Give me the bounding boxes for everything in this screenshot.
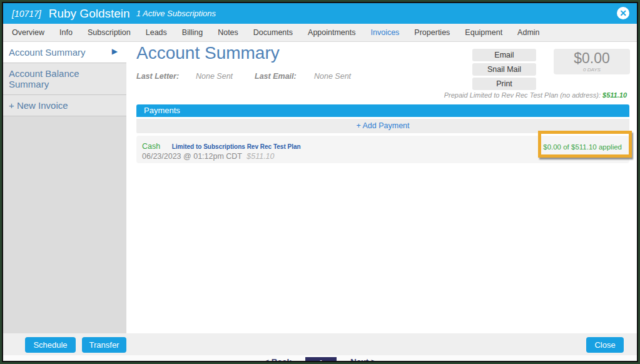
tab-notes[interactable]: Notes [218,28,238,37]
last-email-label: Last Email: [255,72,297,81]
sidebar-item-account-balance-summary[interactable]: Account Balance Summary [3,63,126,95]
tab-admin[interactable]: Admin [517,28,539,37]
balance-days: 0 DAYS [554,67,630,73]
prepaid-note-text: Prepaid Limited to Rev Rec Test Plan (no… [444,91,602,99]
payment-row-line2: 06/23/2023 @ 01:12pm CDT $511.10 [142,152,275,161]
schedule-button[interactable]: Schedule [25,337,76,353]
pagination-next[interactable]: Next > [350,357,376,362]
pagination-back[interactable]: < Back [264,357,292,362]
payment-row-line1: Cash Limited to Subscriptions Rev Rec Te… [142,140,301,151]
tab-properties[interactable]: Properties [414,28,450,37]
tab-equipment[interactable]: Equipment [465,28,502,37]
last-letter-label: Last Letter: [136,72,179,81]
sidebar-item-new-invoice[interactable]: + New Invoice [3,95,126,116]
print-button[interactable]: Print [472,78,536,90]
customer-name: Ruby Goldstein [49,7,130,21]
close-icon[interactable]: ✕ [617,7,629,19]
chevron-right-icon: ▶ [112,47,118,56]
active-subscriptions-note: 1 Active Subscriptions [136,9,216,18]
last-letter-value: None Sent [196,72,233,81]
tab-overview[interactable]: Overview [12,28,44,37]
snail-mail-button[interactable]: Snail Mail [472,63,536,76]
page-title: Account Summary [136,43,280,63]
add-payment-row: + Add Payment [136,119,629,133]
sidebar-item-account-summary[interactable]: Account Summary ▶ [3,42,126,63]
prepaid-amount: $511.10 [602,91,627,99]
tab-appointments[interactable]: Appointments [308,28,355,37]
payment-method: Cash [142,142,160,151]
payments-section-header: Payments [136,104,629,117]
customer-modal: [10717] Ruby Goldstein 1 Active Subscrip… [2,2,638,362]
payment-row[interactable]: Cash Limited to Subscriptions Rev Rec Te… [136,136,629,163]
pagination-bar: < Back 1 Next > [3,355,637,362]
prepaid-note: Prepaid Limited to Rev Rec Test Plan (no… [444,91,627,99]
tab-billing[interactable]: Billing [182,28,203,37]
invoice-sidebar: Account Summary ▶ Account Balance Summar… [3,42,126,333]
tab-documents[interactable]: Documents [253,28,293,37]
screenshot-frame: [10717] Ruby Goldstein 1 Active Subscrip… [0,0,640,364]
payment-restriction: Limited to Subscriptions Rev Rec Test Pl… [172,143,301,150]
close-button[interactable]: Close [586,337,624,353]
transfer-button[interactable]: Transfer [82,337,126,353]
balance-amount: $0.00 [554,50,630,67]
footer-bar: Schedule Transfer Close [3,333,637,356]
payment-date: 06/23/2023 @ 01:12pm CDT [142,152,242,161]
tab-leads[interactable]: Leads [146,28,167,37]
balance-summary-box: $0.00 0 DAYS [554,49,630,74]
sidebar-item-label: + New Invoice [9,100,68,111]
sidebar-item-label: Account Summary [9,47,86,58]
sidebar-item-label: Account Balance Summary [9,68,79,89]
payment-applied-amount: $0.00 of $511.10 applied [543,143,622,151]
tab-invoices[interactable]: Invoices [371,28,400,37]
tab-bar: Overview Info Subscription Leads Billing… [3,24,637,42]
tab-subscription[interactable]: Subscription [88,28,131,37]
tab-info[interactable]: Info [59,28,73,37]
payment-amount: $511.10 [246,152,274,161]
last-email-value: None Sent [314,72,351,81]
add-payment-link[interactable]: + Add Payment [356,119,409,133]
pagination-page[interactable]: 1 [305,357,337,362]
customer-id: [10717] [12,9,41,19]
title-bar: [10717] Ruby Goldstein 1 Active Subscrip… [3,3,637,24]
email-button[interactable]: Email [472,49,536,61]
